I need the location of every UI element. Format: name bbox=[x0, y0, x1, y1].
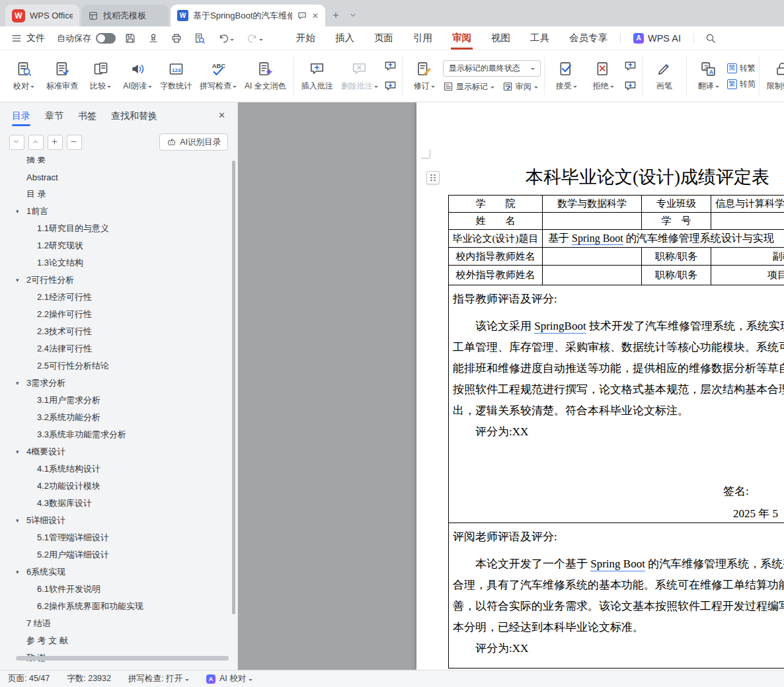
tab-view[interactable]: 视图 bbox=[481, 26, 520, 50]
collapse-arrow-icon[interactable]: ▾ bbox=[16, 569, 26, 575]
collapse-all-button[interactable] bbox=[28, 135, 44, 150]
toc-item[interactable]: ▾6系统实现 bbox=[0, 563, 229, 581]
compare-tool[interactable]: 比较 bbox=[82, 53, 119, 99]
toc-item[interactable]: 3.1用户需求分析 bbox=[0, 392, 229, 409]
next-change-icon[interactable] bbox=[623, 79, 637, 93]
file-menu-button[interactable]: 文件 bbox=[11, 32, 45, 44]
ai-proofread-status[interactable]: AI 校对 bbox=[206, 673, 253, 684]
collapse-arrow-icon[interactable]: ▾ bbox=[16, 517, 26, 524]
next-comment-icon[interactable] bbox=[383, 79, 397, 93]
close-tab-icon[interactable]: ✕ bbox=[312, 11, 319, 20]
toc-item[interactable]: 2.1经济可行性 bbox=[0, 289, 229, 306]
cell-external-advisor-value[interactable] bbox=[543, 266, 642, 285]
to-traditional-tool[interactable]: 简 转繁 bbox=[727, 63, 756, 74]
insert-comment-tool[interactable]: 插入批注 bbox=[297, 53, 337, 99]
autosave-toggle[interactable] bbox=[96, 33, 116, 44]
toc-item[interactable]: 6.1软件开发说明 bbox=[0, 581, 229, 598]
review-pane-tool[interactable]: 审阅 bbox=[502, 81, 538, 92]
ink-pen-tool[interactable]: 画笔 bbox=[646, 53, 683, 99]
toc-item[interactable]: ▾4概要设计 bbox=[0, 443, 229, 460]
zoom-out-outline-button[interactable] bbox=[67, 135, 82, 150]
toc-item[interactable]: ▾2可行性分析 bbox=[0, 271, 229, 289]
toc-item[interactable]: 2.5可行性分析结论 bbox=[0, 357, 229, 375]
cell-title2-value[interactable]: 项目经理 bbox=[711, 266, 784, 285]
save-button[interactable] bbox=[121, 29, 139, 47]
new-tab-button[interactable] bbox=[327, 7, 344, 24]
toc-item[interactable]: 6.2操作系统界面和功能实现 bbox=[0, 598, 229, 615]
toc-item[interactable]: ▾1前言 bbox=[0, 203, 229, 220]
show-markup-tool[interactable]: 显示标记 bbox=[443, 81, 494, 92]
toc-item[interactable]: 4.2功能设计模块 bbox=[0, 478, 229, 495]
ai-recognize-toc-button[interactable]: AI识别目录 bbox=[159, 133, 228, 151]
export-button[interactable] bbox=[144, 29, 162, 47]
search-button[interactable] bbox=[702, 29, 720, 47]
tab-wps-ai[interactable]: WPS AI bbox=[623, 26, 691, 50]
cell-title-value[interactable]: 副教授 bbox=[711, 248, 784, 266]
redo-button[interactable] bbox=[243, 29, 266, 47]
collapse-arrow-icon[interactable]: ▾ bbox=[16, 277, 26, 283]
track-changes-tool[interactable]: 修订 bbox=[406, 53, 443, 99]
document-page[interactable]: 本科毕业论文(设计)成绩评定表 学 院 数学与数据科学 专业班级 信息与计算科学… bbox=[416, 102, 784, 670]
close-sidebar-icon[interactable]: ✕ bbox=[218, 110, 225, 120]
cell-name-value[interactable] bbox=[543, 213, 642, 230]
toc-item[interactable]: 摘 要 bbox=[0, 157, 229, 168]
toc-item[interactable]: 2.3技术可行性 bbox=[0, 323, 229, 340]
tab-page[interactable]: 页面 bbox=[364, 26, 403, 50]
ai-read-aloud-tool[interactable]: AI朗读 bbox=[119, 53, 156, 99]
comment-indicator-icon[interactable] bbox=[297, 11, 307, 21]
toc-item[interactable]: 1.3论文结构 bbox=[0, 254, 229, 271]
proofread-tool[interactable]: 校对 bbox=[5, 53, 42, 99]
previous-change-icon[interactable] bbox=[623, 59, 637, 73]
spell-check-tool[interactable]: ABC 拼写检查 bbox=[196, 53, 241, 99]
sidebar-tab-bookmarks[interactable]: 书签 bbox=[78, 102, 97, 130]
accept-change-tool[interactable]: 接受 bbox=[548, 53, 585, 99]
ai-polish-tool[interactable]: AI 全文润色 bbox=[241, 53, 290, 99]
print-preview-button[interactable] bbox=[190, 29, 208, 47]
sidebar-tab-toc[interactable]: 目录 bbox=[12, 102, 30, 130]
toc-item[interactable]: 4.3数据库设计 bbox=[0, 495, 229, 512]
to-simplified-tool[interactable]: 繁 转简 bbox=[727, 79, 756, 90]
cell-college-value[interactable]: 数学与数据科学 bbox=[543, 196, 642, 213]
cell-thesis-title-value[interactable]: 基于 Spring Boot 的汽车维修管理系统设计与实现 bbox=[543, 230, 784, 248]
toc-item[interactable]: 4.1系统结构设计 bbox=[0, 460, 229, 478]
toc-item[interactable]: 3.2系统功能分析 bbox=[0, 409, 229, 426]
zoom-in-outline-button[interactable] bbox=[48, 135, 63, 150]
sidebar-tab-find-replace[interactable]: 查找和替换 bbox=[111, 102, 157, 130]
cell-class-value[interactable]: 信息与计算科学 bbox=[711, 196, 784, 213]
translate-tool[interactable]: 文A 翻译 bbox=[690, 53, 727, 99]
toc-item[interactable]: 5.2用户端详细设计 bbox=[0, 546, 229, 563]
sidebar-horizontal-scrollbar[interactable] bbox=[16, 656, 229, 661]
reject-change-tool[interactable]: 拒绝 bbox=[585, 53, 622, 99]
toc-item[interactable]: 参 考 文 献 bbox=[0, 632, 229, 649]
previous-comment-icon[interactable] bbox=[383, 59, 397, 73]
show-markup-state-combo[interactable]: 显示标记的最终状态 bbox=[443, 60, 541, 77]
collapse-arrow-icon[interactable]: ▾ bbox=[16, 208, 26, 215]
tab-document[interactable]: 基于SpringBoot的汽车维修管理系统 ✕ bbox=[171, 5, 325, 26]
toc-item[interactable]: ▾3需求分析 bbox=[0, 375, 229, 392]
page-indicator[interactable]: 页面: 45/47 bbox=[8, 673, 50, 684]
toc-item[interactable]: 5.1管理端详细设计 bbox=[0, 529, 229, 546]
toc-item[interactable]: ▾5详细设计 bbox=[0, 512, 229, 529]
collapse-arrow-icon[interactable]: ▾ bbox=[16, 449, 26, 455]
toc-item[interactable]: 目 录 bbox=[0, 186, 229, 203]
advisor-comment-cell[interactable]: 指导教师评语及评分: 该论文采用 SpringBoot 技术开发了汽车维修管理系… bbox=[449, 285, 784, 523]
tab-list-button[interactable] bbox=[344, 7, 362, 24]
reviewer-comment-cell[interactable]: 评阅老师评语及评分: 本论文开发了一个基于 Spring Boot 的汽车维修管… bbox=[449, 523, 784, 669]
tab-tools[interactable]: 工具 bbox=[520, 26, 559, 50]
collapse-arrow-icon[interactable]: ▾ bbox=[16, 380, 26, 386]
restrict-editing-tool[interactable]: 限制编辑 bbox=[763, 53, 784, 99]
tab-home[interactable]: 开始 bbox=[286, 26, 325, 50]
tab-review[interactable]: 审阅 bbox=[442, 26, 481, 50]
toc-item[interactable]: 1.1研究目的与意义 bbox=[0, 220, 229, 237]
sidebar-tab-chapters[interactable]: 章节 bbox=[45, 102, 63, 130]
toc-item[interactable]: 2.2操作可行性 bbox=[0, 306, 229, 323]
spellcheck-status[interactable]: 拼写检查: 打开 bbox=[128, 673, 189, 684]
word-count-tool[interactable]: 123 字数统计 bbox=[156, 53, 196, 99]
tab-template-store[interactable]: 找稻壳模板 bbox=[81, 5, 169, 26]
undo-button[interactable] bbox=[214, 29, 237, 47]
tab-membership[interactable]: 会员专享 bbox=[559, 26, 617, 50]
word-count-indicator[interactable]: 字数: 23932 bbox=[67, 673, 111, 684]
toc-item[interactable]: Abstract bbox=[0, 168, 229, 186]
standard-review-tool[interactable]: 标准审查 bbox=[42, 53, 82, 99]
toc-item[interactable]: 3.3系统非功能需求分析 bbox=[0, 426, 229, 443]
